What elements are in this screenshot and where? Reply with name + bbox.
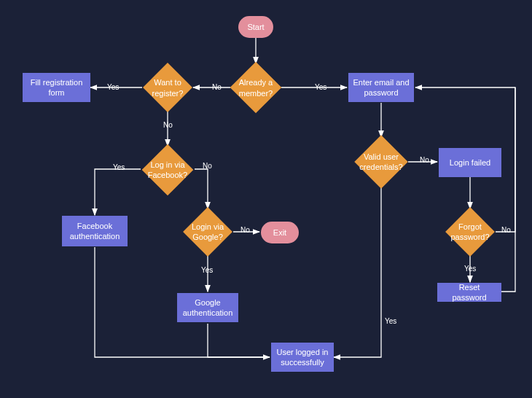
- label-no-1: No: [212, 83, 222, 91]
- login-failed-label: Login failed: [450, 157, 490, 168]
- valid-credentials-decision: Valid user credentials?: [356, 137, 407, 187]
- login-google-label: Login via Google?: [184, 219, 232, 246]
- want-register-label: Want to register?: [144, 74, 192, 101]
- facebook-auth-process: Facebook authentication: [62, 216, 128, 246]
- exit-label: Exit: [273, 227, 286, 238]
- valid-credentials-label: Valid user credentials?: [356, 149, 407, 176]
- label-no-3: No: [203, 162, 212, 170]
- login-google-decision: Login via Google?: [184, 208, 232, 255]
- fill-registration-label: Fill registration form: [27, 77, 86, 98]
- label-no-2: No: [163, 121, 173, 129]
- enter-email-label: Enter email and password: [353, 77, 410, 98]
- login-failed-process: Login failed: [439, 148, 501, 177]
- want-register-decision: Want to register?: [144, 64, 192, 112]
- label-yes-4: Yes: [201, 266, 213, 274]
- label-yes-2: Yes: [315, 83, 326, 91]
- facebook-auth-label: Facebook authentication: [66, 221, 123, 242]
- forgot-password-label: Forgot password?: [446, 219, 494, 246]
- exit-terminal: Exit: [261, 222, 299, 243]
- already-member-decision: Already a member?: [232, 64, 280, 112]
- reset-password-label: Reset password: [442, 282, 497, 303]
- already-member-label: Already a member?: [232, 74, 280, 101]
- forgot-password-decision: Forgot password?: [446, 208, 494, 255]
- enter-email-process: Enter email and password: [348, 73, 414, 102]
- arrow-layer: [0, 0, 532, 398]
- label-yes-5: Yes: [385, 317, 396, 325]
- label-yes-1: Yes: [107, 83, 119, 91]
- login-facebook-decision: Log in via Facebook?: [143, 146, 192, 194]
- logged-in-label: User logged in successfully: [275, 347, 329, 368]
- fill-registration-process: Fill registration form: [23, 73, 90, 102]
- google-auth-process: Google authentication: [177, 293, 238, 322]
- label-no-4: No: [240, 226, 250, 234]
- start-label: Start: [247, 22, 264, 32]
- login-facebook-label: Log in via Facebook?: [143, 157, 192, 184]
- logged-in-process: User logged in successfully: [271, 343, 334, 372]
- reset-password-process: Reset password: [437, 283, 501, 302]
- label-yes-3: Yes: [113, 163, 125, 171]
- label-no-5: No: [420, 156, 429, 164]
- google-auth-label: Google authentication: [181, 297, 234, 319]
- start-terminal: Start: [238, 16, 273, 38]
- label-yes-6: Yes: [464, 265, 476, 273]
- label-no-6: No: [501, 226, 511, 234]
